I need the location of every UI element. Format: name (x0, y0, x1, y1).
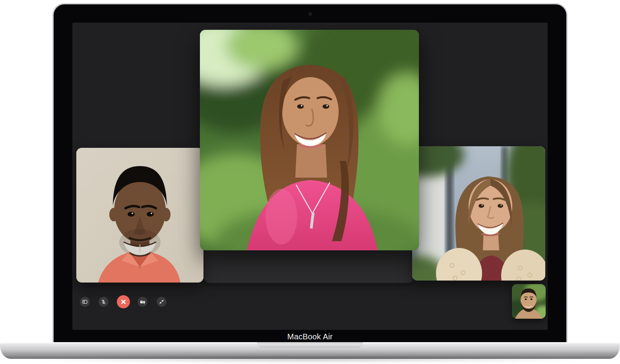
minimize-button[interactable] (157, 297, 167, 307)
self-view-video (512, 284, 546, 319)
webcam (308, 12, 312, 16)
participant-center-video (200, 30, 419, 250)
mic-muted-icon (101, 299, 107, 305)
mute-button[interactable] (99, 297, 108, 307)
facetime-screen (72, 23, 548, 330)
shrink-icon (159, 299, 165, 305)
lid-opening-notch (257, 342, 363, 348)
self-view-tile[interactable] (512, 284, 546, 319)
participant-left-video (76, 148, 203, 283)
sidebar-button[interactable] (80, 297, 90, 307)
participant-tile-left[interactable] (76, 148, 203, 283)
sidebar-icon (82, 299, 88, 305)
camera-off-button[interactable] (138, 297, 147, 307)
camera-off-icon (140, 299, 146, 305)
laptop-shadow (28, 356, 592, 363)
end-call-button[interactable] (117, 295, 130, 308)
participant-tile-right[interactable] (412, 146, 545, 281)
participant-tile-center[interactable] (200, 30, 419, 250)
macbook-air-label: MacBook Air (54, 332, 566, 341)
laptop-lid: MacBook Air (52, 3, 568, 343)
close-icon (120, 298, 127, 305)
participant-right-video (412, 146, 545, 281)
macbook-air-mockup: MacBook Air (0, 0, 620, 364)
